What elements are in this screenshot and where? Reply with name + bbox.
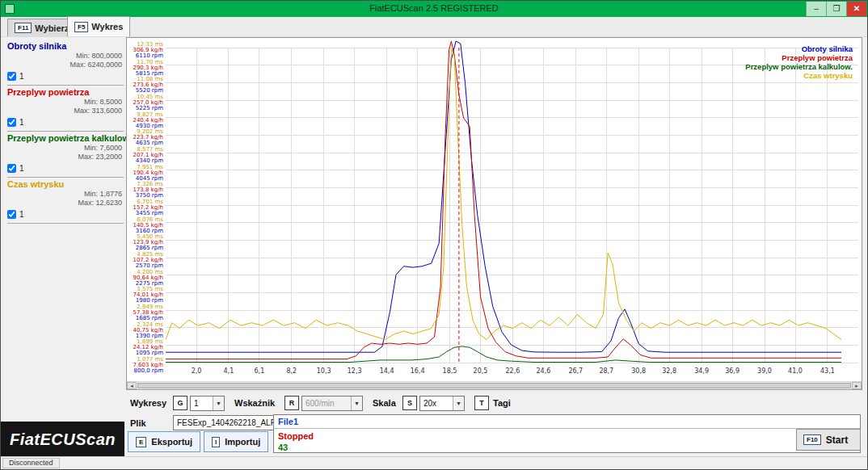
svg-text:4,1: 4,1	[224, 367, 234, 375]
parameter-max: Max: 23,2000	[7, 153, 124, 161]
parameter-enabled-checkbox[interactable]	[7, 118, 16, 127]
tab-bar: F11 Wybierz F5 Wykres	[1, 17, 867, 37]
parameter-item: Obroty silnikaMin: 800,0000Max: 6240,000…	[7, 41, 124, 86]
divider	[7, 223, 124, 224]
sample-count: 43	[274, 441, 860, 452]
scroll-right-arrow-icon[interactable]: ►	[852, 382, 862, 389]
svg-text:32,8: 32,8	[662, 367, 676, 375]
start-key-badge: F10	[803, 434, 821, 445]
parameter-checkbox-label: 1	[19, 164, 24, 173]
window-title: FiatECUScan 2.5 REGISTERED	[1, 3, 867, 13]
svg-text:28,7: 28,7	[599, 367, 613, 375]
tab-key-badge-f11: F11	[15, 23, 32, 33]
svg-text:36,9: 36,9	[725, 367, 739, 375]
chevron-down-icon[interactable]: ▼	[453, 397, 464, 410]
parameter-enabled-checkbox[interactable]	[7, 72, 16, 81]
svg-text:2,0: 2,0	[192, 367, 202, 375]
divider	[7, 131, 124, 132]
series-line	[166, 41, 841, 352]
svg-text:14,4: 14,4	[380, 367, 394, 375]
parameter-max: Max: 313,6000	[7, 107, 124, 115]
file-name-field[interactable]: File1	[274, 415, 860, 429]
close-button[interactable]: ✕	[846, 2, 866, 16]
start-button-label: Start	[826, 434, 848, 446]
chevron-down-icon: ▼	[351, 397, 362, 410]
parameter-min: Min: 8,5000	[7, 98, 124, 106]
chart-legend: Obroty silnikaPrzeplyw powietrzaPrzeplyw…	[745, 44, 853, 80]
series-line	[166, 346, 841, 363]
scroll-left-arrow-icon[interactable]: ◄	[127, 382, 137, 389]
parameter-max: Max: 6240,0000	[7, 61, 124, 69]
parameter-enabled-checkbox[interactable]	[7, 210, 16, 219]
svg-text:Przeplyw powietrza kalkulow.: Przeplyw powietrza kalkulow.	[745, 62, 853, 71]
parameter-item: Przeplyw powietrza kalkulow.Min: 7,6000M…	[7, 133, 124, 178]
skala-key-button[interactable]: S	[402, 396, 417, 410]
tagi-key-button[interactable]: T	[474, 396, 489, 410]
importuj-button-label: Importuj	[225, 437, 260, 447]
parameter-name: Przeplyw powietrza	[7, 87, 124, 97]
eksportuj-button[interactable]: E Eksportuj	[128, 431, 200, 452]
connection-status: Disconnected	[2, 458, 60, 468]
skala-select[interactable]: 20x ▼	[419, 396, 465, 411]
parameter-checkbox-label: 1	[19, 118, 24, 127]
chart-horizontal-scrollbar[interactable]: ◄ ►	[127, 381, 862, 389]
tab-key-badge-f5: F5	[74, 22, 88, 32]
svg-text:41,0: 41,0	[788, 367, 803, 375]
chart-grid	[166, 48, 858, 363]
file-status-panel: File1 Stopped 43	[273, 414, 861, 453]
svg-text:18,5: 18,5	[443, 367, 457, 375]
app-logo: FiatECUScan	[1, 422, 124, 458]
svg-text:6,1: 6,1	[255, 367, 265, 375]
svg-text:Przeplyw powietrza: Przeplyw powietrza	[782, 53, 853, 62]
svg-text:800,0 rpm: 800,0 rpm	[134, 367, 164, 374]
start-button[interactable]: F10 Start	[796, 429, 861, 451]
scroll-thumb[interactable]	[137, 383, 851, 388]
svg-text:43,1: 43,1	[820, 367, 835, 375]
eksportuj-key-badge: E	[136, 437, 146, 447]
series-line	[166, 48, 841, 340]
wykresy-key-button[interactable]: G	[173, 396, 188, 410]
parameter-max: Max: 12,6230	[7, 199, 124, 207]
svg-text:24,6: 24,6	[536, 367, 550, 375]
svg-text:26,7: 26,7	[568, 367, 583, 375]
app-window: FiatECUScan 2.5 REGISTERED – ❐ ✕ F11 Wyb…	[0, 0, 868, 470]
tab-wykres-label: Wykres	[91, 22, 123, 31]
wskaznik-key-button[interactable]: R	[284, 396, 299, 410]
parameter-enabled-checkbox[interactable]	[7, 164, 16, 173]
parameter-min: Min: 7,6000	[7, 144, 124, 152]
tab-wykres[interactable]: F5 Wykres	[67, 16, 130, 36]
chart-series	[166, 41, 841, 363]
svg-text:Obroty silnika: Obroty silnika	[802, 44, 853, 53]
parameter-item: Przeplyw powietrzaMin: 8,5000Max: 313,60…	[7, 87, 124, 132]
parameter-name: Przeplyw powietrza kalkulow.	[7, 133, 124, 143]
y-axis-labels: 12,33 ms306,9 kg/h6110 rpm11,70 ms290,3 …	[133, 41, 163, 374]
parameter-list: Obroty silnikaMin: 800,0000Max: 6240,000…	[7, 40, 124, 225]
importuj-key-badge: I	[212, 437, 220, 447]
status-bar: Disconnected	[1, 456, 867, 469]
window-controls: – ❐ ✕	[806, 2, 866, 16]
svg-text:12,3: 12,3	[348, 367, 362, 375]
plik-label: Plik	[130, 418, 146, 428]
divider	[7, 85, 124, 86]
parameter-name: Czas wtrysku	[7, 179, 124, 189]
minimize-button[interactable]: –	[806, 2, 826, 16]
parameter-name: Obroty silnika	[7, 41, 124, 51]
svg-text:16,4: 16,4	[411, 367, 425, 375]
svg-text:10,3: 10,3	[317, 367, 331, 375]
chart[interactable]: 12,33 ms306,9 kg/h6110 rpm11,70 ms290,3 …	[127, 38, 862, 380]
chevron-down-icon[interactable]: ▼	[213, 397, 224, 410]
wykresy-select[interactable]: 1 ▼	[190, 396, 225, 411]
titlebar: FiatECUScan 2.5 REGISTERED – ❐ ✕	[1, 1, 867, 17]
importuj-button[interactable]: I Importuj	[204, 431, 268, 452]
tagi-label: Tagi	[493, 398, 511, 408]
wskaznik-select-value: 600/min	[302, 399, 351, 408]
parameter-min: Min: 1,8776	[7, 190, 124, 198]
series-line	[166, 41, 841, 359]
divider	[7, 177, 124, 178]
maximize-button[interactable]: ❐	[826, 2, 846, 16]
wykresy-label: Wykresy	[130, 398, 166, 408]
chart-panel: 12,33 ms306,9 kg/h6110 rpm11,70 ms290,3 …	[126, 37, 862, 390]
tab-wybierz[interactable]: F11 Wybierz	[7, 19, 76, 36]
wskaznik-select: 600/min ▼	[301, 396, 363, 411]
status-text: Stopped	[274, 429, 860, 441]
